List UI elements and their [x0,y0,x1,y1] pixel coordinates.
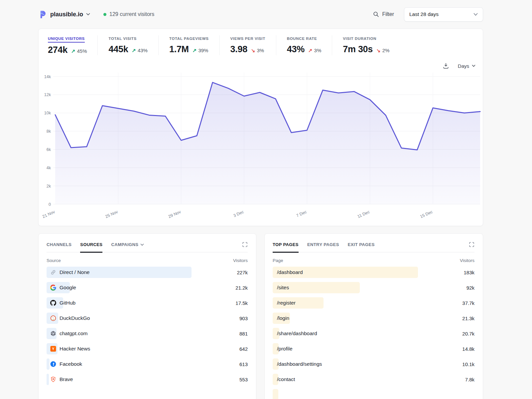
chart-controls: Days [39,55,483,69]
row-label: /register [277,300,296,306]
table-row-direct-none[interactable]: Direct / None 227k [47,267,248,278]
trend-down-icon: ↘ [376,48,381,54]
filter-button[interactable]: Filter [373,11,394,17]
visitors-chart-area[interactable]: 02k4k6k8k10k12k14k21 Nov25 Nov29 Nov3 De… [39,69,483,225]
pages-list: /dashboard 183k /sites 92k /register 37.… [273,267,474,399]
table-row-dashboard-settings[interactable]: /dashboard/settings 10.1k [273,358,474,370]
table-row-dashboard[interactable]: /dashboard 183k [273,267,474,278]
stat-total-visits[interactable]: TOTAL VISITS 445k ↗ 43% [97,35,158,55]
row-label: /login [277,315,289,321]
x-axis-tick: 29 Nov [168,209,182,219]
x-axis-tick: 15 Dec [419,209,433,219]
row-value: 903 [239,316,248,321]
interval-dropdown[interactable]: Days [458,63,475,69]
y-axis-tick: 8k [47,129,51,134]
expand-icon[interactable] [469,242,474,249]
row-value: 20.7k [462,331,474,336]
expand-icon[interactable] [242,242,248,249]
analytics-card: UNIQUE VISITORS 274k ↗ 45% TOTAL VISITS … [38,29,483,226]
github-icon [50,300,56,306]
row-value: 553 [239,377,248,382]
svg-text:Y: Y [52,347,55,351]
row-label: Google [60,285,76,291]
date-range-select[interactable]: Last 28 days [404,7,483,22]
table-row-hacker-news[interactable]: Y Hacker News 642 [47,343,248,354]
row-label: chatgpt.com [60,331,87,336]
chevron-down-icon [473,13,478,16]
table-row-sites[interactable]: /sites 92k [273,282,474,293]
x-axis-tick: 3 Dec [233,209,245,218]
y-axis-tick: 0 [49,202,51,207]
table-row-brave[interactable]: Brave 553 [47,374,248,385]
trend-up-icon: ↗ [193,48,197,54]
trend-up-icon: ↗ [71,48,75,54]
pages-panel: TOP PAGES ENTRY PAGES EXIT PAGES Page Vi… [264,233,483,399]
y-axis-tick: 14k [44,74,51,79]
stat-visit-duration[interactable]: VISIT DURATION 7m 30s ↘ 2% [332,35,400,55]
current-visitors[interactable]: 129 current visitors [103,11,154,17]
tab-entry-pages[interactable]: ENTRY PAGES [307,242,339,253]
row-label: /contact [277,376,295,382]
metrics-row: UNIQUE VISITORS 274k ↗ 45% TOTAL VISITS … [39,29,483,55]
x-axis-tick: 25 Nov [105,209,119,219]
y-axis-tick: 2k [47,184,51,189]
tab-campaigns[interactable]: CAMPAIGNS [111,242,144,253]
table-row-share-dashboard[interactable]: /share/dashboard 20.7k [273,328,474,339]
table-row-login[interactable]: /login 21.3k [273,313,474,324]
stat-value: 7m 30s [343,44,373,55]
table-row-contact[interactable]: /contact 7.8k [273,374,474,385]
stat-total-pageviews[interactable]: TOTAL PAGEVIEWS 1.7M ↗ 39% [158,35,219,55]
tab-exit-pages[interactable]: EXIT PAGES [348,242,375,253]
stat-change: 39% [198,48,208,53]
interval-value: Days [458,63,469,69]
row-value: 183k [464,270,474,275]
row-value: 10.1k [462,361,474,367]
table-row-github[interactable]: GitHub 17.5k [47,297,248,309]
row-bar [273,389,278,399]
row-label: /dashboard/settings [277,361,322,367]
brave-icon [50,376,56,382]
date-range-value: Last 28 days [409,11,439,17]
stat-label: BOUNCE RATE [287,37,317,42]
tab-top-pages[interactable]: TOP PAGES [273,242,299,253]
search-icon [373,11,379,17]
table-row-facebook[interactable]: f Facebook 613 [47,358,248,370]
duckduckgo-icon [50,315,56,321]
download-icon[interactable] [443,63,449,69]
row-label: DuckDuckGo [60,315,90,321]
row-label: /dashboard [277,269,303,275]
stat-views-per-visit[interactable]: VIEWS PER VISIT 3.98 ↘ 3% [219,35,276,55]
row-value: 613 [239,361,248,367]
top-header: plausible.io 129 current visitors Filter… [38,0,483,29]
filter-label: Filter [382,11,394,17]
visitors-line-chart[interactable]: 02k4k6k8k10k12k14k21 Nov25 Nov29 Nov3 De… [39,71,483,225]
row-label: /sites [277,285,289,291]
hackernews-icon: Y [50,346,56,352]
stat-bounce-rate[interactable]: BOUNCE RATE 43% ↗ 3% [276,35,332,55]
stat-label: VISIT DURATION [343,37,376,42]
table-row-register[interactable]: /register 37.7k [273,297,474,309]
stat-change: 2% [382,48,390,53]
column-header-visitors: Visitors [233,258,248,263]
live-dot-icon [103,13,106,16]
site-switcher[interactable]: plausible.io [38,10,90,19]
tab-channels[interactable]: CHANNELS [47,242,71,253]
row-value: 227k [237,270,248,275]
tab-sources[interactable]: SOURCES [80,242,102,253]
facebook-icon: f [50,361,56,367]
row-value: 7.8k [465,377,474,382]
x-axis-tick: 11 Dec [357,209,370,219]
table-row-google[interactable]: Google 21.2k [47,282,248,293]
stat-label: TOTAL PAGEVIEWS [169,37,209,42]
stat-value: 1.7M [169,44,189,55]
stat-unique-visitors[interactable]: UNIQUE VISITORS 274k ↗ 45% [48,35,97,55]
table-row-profile[interactable]: /profile 14.8k [273,343,474,354]
sources-tabs: CHANNELS SOURCES CAMPAIGNS [47,242,144,252]
table-row-duckduckgo[interactable]: DuckDuckGo 903 [47,313,248,324]
trend-down-icon: ↘ [251,48,255,54]
table-row-chatgpt-com[interactable]: chatgpt.com 881 [47,328,248,339]
dashboard-page: plausible.io 129 current visitors Filter… [38,0,483,399]
tab-label: EXIT PAGES [348,242,375,247]
area-fill [55,82,480,204]
tab-label: CAMPAIGNS [111,242,138,247]
